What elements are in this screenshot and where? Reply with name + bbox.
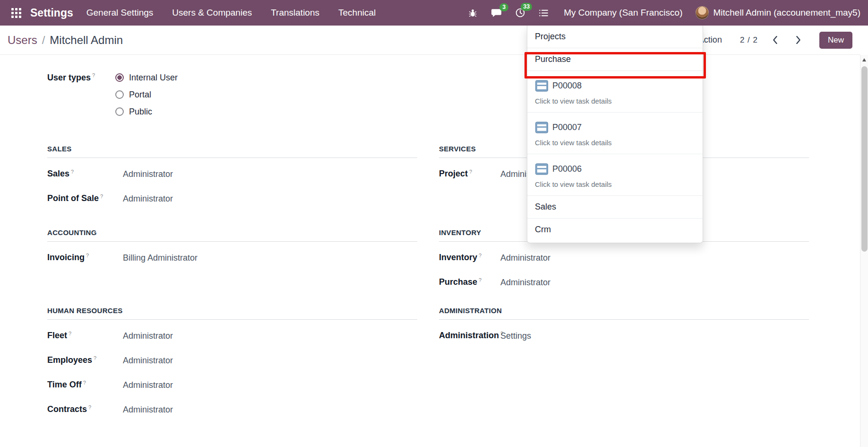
dropdown-task-p00008[interactable]: P00008 Click to view task details — [527, 71, 703, 112]
dropdown-item-sales[interactable]: Sales — [527, 196, 703, 218]
pager-counter: 2 / 2 — [740, 35, 758, 45]
task-code: P00007 — [552, 123, 582, 132]
screen: Settings General Settings Users & Compan… — [0, 0, 868, 447]
field-label: Contracts? — [47, 404, 123, 414]
help-icon[interactable]: ? — [94, 355, 96, 361]
task-icon — [535, 121, 549, 134]
task-subtitle: Click to view task details — [535, 139, 695, 147]
pager-next-button[interactable] — [792, 34, 804, 46]
field-value-fleet[interactable]: Administrator — [123, 331, 173, 341]
help-icon[interactable]: ? — [469, 169, 472, 175]
tasks-dropdown-button[interactable] — [539, 9, 549, 18]
dropdown-item-projects[interactable]: Projects — [527, 26, 703, 48]
field-value-invoicing[interactable]: Billing Administrator — [123, 253, 198, 263]
help-icon[interactable]: ? — [479, 277, 481, 283]
task-icon — [535, 79, 549, 93]
radio-option-portal[interactable]: Portal — [115, 86, 178, 103]
vertical-scrollbar[interactable] — [860, 55, 868, 447]
field-row-administration: Administration? Settings — [439, 327, 809, 344]
radio-internal-user[interactable] — [115, 73, 124, 82]
field-value-administration[interactable]: Settings — [500, 331, 531, 341]
field-row-time-off: Time Off? Administrator — [47, 377, 417, 394]
tasks-dropdown-panel: Projects Purchase P00008 Click to view t… — [527, 26, 703, 243]
field-value-inventory[interactable]: Administrator — [500, 253, 550, 263]
activities-badge: 33 — [521, 3, 532, 11]
scrollbar-thumb[interactable] — [861, 66, 868, 252]
user-types-label: User types? — [47, 69, 115, 120]
field-row-inventory: Inventory? Administrator — [439, 249, 809, 266]
field-value-sales[interactable]: Administrator — [123, 169, 173, 179]
dropdown-task-p00006[interactable]: P00006 Click to view task details — [527, 154, 703, 195]
breadcrumb: Users / Mitchell Admin — [8, 34, 123, 47]
company-switcher[interactable]: My Company (San Francisco) — [564, 8, 682, 18]
task-icon — [535, 162, 549, 176]
dropdown-task-p00007[interactable]: P00007 Click to view task details — [527, 113, 703, 154]
user-avatar — [696, 6, 709, 19]
field-value-time-off[interactable]: Administrator — [123, 380, 173, 390]
field-row-contracts: Contracts? Administrator — [47, 401, 417, 418]
user-menu[interactable]: Mitchell Admin (accounement_may5) — [696, 6, 860, 19]
field-row-purchase: Purchase? Administrator — [439, 274, 809, 291]
bug-icon — [468, 8, 478, 18]
menu-item-technical[interactable]: Technical — [338, 8, 376, 18]
field-label: Invoicing? — [47, 253, 123, 263]
task-header: P00008 — [535, 79, 695, 93]
menu-item-users-companies[interactable]: Users & Companies — [172, 8, 252, 18]
radio-option-internal-user[interactable]: Internal User — [115, 69, 178, 86]
user-types-options: Internal User Portal Public — [115, 69, 178, 120]
apps-grid-icon — [11, 8, 21, 18]
field-label: Inventory? — [439, 253, 500, 263]
activities-button[interactable]: 33 — [515, 8, 525, 18]
help-icon[interactable]: ? — [92, 72, 95, 78]
scroll-up-arrow[interactable] — [862, 58, 866, 61]
field-label: Project? — [439, 169, 500, 179]
help-icon[interactable]: ? — [88, 404, 91, 410]
apps-menu-button[interactable] — [8, 4, 25, 21]
help-icon[interactable]: ? — [71, 169, 74, 175]
breadcrumb-separator: / — [42, 34, 45, 47]
section-title-administration: ADMINISTRATION — [439, 307, 809, 320]
app-title[interactable]: Settings — [30, 7, 73, 19]
field-label: Purchase? — [439, 277, 500, 287]
debug-button[interactable] — [468, 8, 478, 18]
menu-item-translations[interactable]: Translations — [271, 8, 319, 18]
radio-portal[interactable] — [115, 90, 124, 99]
radio-label: Portal — [129, 90, 151, 100]
radio-public[interactable] — [115, 107, 124, 116]
new-button[interactable]: New — [819, 32, 852, 49]
help-icon[interactable]: ? — [83, 380, 86, 386]
field-value-point-of-sale[interactable]: Administrator — [123, 194, 173, 204]
field-label: Point of Sale? — [47, 193, 123, 203]
field-label: Sales? — [47, 169, 123, 179]
messages-button[interactable]: 3 — [491, 8, 502, 18]
radio-option-public[interactable]: Public — [115, 103, 178, 120]
field-value-contracts[interactable]: Administrator — [123, 405, 173, 415]
dropdown-item-purchase[interactable]: Purchase — [527, 48, 703, 70]
help-icon[interactable]: ? — [479, 253, 481, 258]
help-icon[interactable]: ? — [100, 193, 103, 199]
help-icon[interactable]: ? — [86, 253, 89, 258]
dropdown-item-crm[interactable]: Crm — [527, 219, 703, 241]
control-panel-right: ⚙ Action 2 / 2 New — [687, 32, 852, 49]
pager-previous-button[interactable] — [769, 34, 781, 46]
topbar-menu: General Settings Users & Companies Trans… — [86, 8, 376, 18]
menu-item-general-settings[interactable]: General Settings — [86, 8, 154, 18]
form-left-column: SALES Sales? Administrator Point of Sale… — [47, 145, 417, 426]
task-code: P00006 — [552, 164, 582, 174]
field-value-purchase[interactable]: Administrator — [500, 278, 550, 288]
section-title-sales: SALES — [47, 145, 417, 158]
field-row-sales: Sales? Administrator — [47, 166, 417, 183]
radio-label: Internal User — [129, 73, 178, 83]
breadcrumb-users-link[interactable]: Users — [8, 34, 37, 47]
help-icon[interactable]: ? — [69, 331, 71, 336]
field-row-point-of-sale: Point of Sale? Administrator — [47, 190, 417, 207]
chevron-left-icon — [772, 35, 778, 44]
systray: 3 33 My Company (San Francisco) Mi — [468, 6, 860, 19]
field-label: Fleet? — [47, 331, 123, 341]
field-value-employees[interactable]: Administrator — [123, 356, 173, 366]
section-title-accounting: ACCOUNTING — [47, 228, 417, 242]
task-subtitle: Click to view task details — [535, 180, 695, 188]
control-panel: Users / Mitchell Admin ⚙ Action 2 / 2 Ne… — [0, 26, 860, 55]
section-title-human-resources: HUMAN RESOURCES — [47, 307, 417, 320]
messages-badge: 3 — [499, 3, 508, 11]
